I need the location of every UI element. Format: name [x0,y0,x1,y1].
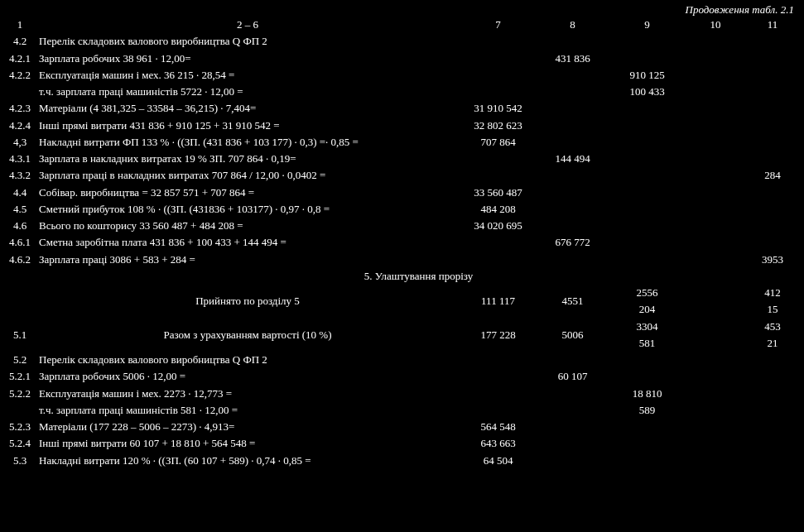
row-value [744,368,801,385]
row-value [744,151,801,167]
row-number: 4.3.1 [3,151,36,167]
table-row: 4.4Собівар. виробництва = 32 857 571 + 7… [3,185,801,201]
row-value [744,453,801,469]
row-value: 60 107 [537,368,608,385]
item5-v8: 4551 [537,285,608,319]
row-value [744,33,801,50]
item5-v9a: 2556 [608,285,686,301]
row-number: 4.6.2 [3,252,36,268]
row-value [686,218,744,234]
row-number: 4.6.1 [3,234,36,251]
row-value [608,117,686,134]
row-description: Перелік складових валового виробництва Q… [36,33,459,50]
row-value [537,100,608,117]
row-description: Собівар. виробництва = 32 857 571 + 707 … [36,185,459,201]
row-number: 5.2.3 [3,419,36,435]
row-value [537,402,608,419]
item5-v11a: 412 [744,285,801,301]
item5-v11b: 15 [744,301,801,318]
row-value: 676 772 [537,234,608,251]
row-value [459,67,537,84]
row-description: Сметна заробітна плата 431 836 + 100 433… [36,234,459,251]
row-item51-top: 5.1 Разом з урахуванням вартості (10 %) … [3,319,801,335]
row-value [744,435,801,452]
row-number: 4.3.2 [3,167,36,184]
item5-label: Прийнято по розділу 5 [36,285,459,319]
row-value [744,50,801,67]
row-item5-top: Прийнято по розділу 5 111 117 4551 2556 … [3,285,801,301]
row-number: 5.2.4 [3,435,36,452]
row-value [744,84,801,100]
row-number [3,84,36,100]
item51-label: Разом з урахуванням вартості (10 %) [36,319,459,352]
row-value [686,134,744,151]
table-row: 4.3.2Зарплата праці в накладних витратах… [3,167,801,184]
row-value [537,419,608,435]
row-value: 643 663 [459,435,537,452]
table-row: 4.5Сметний прибуток 108 % · ((ЗП. (43183… [3,201,801,218]
row-value: 32 802 623 [459,117,537,134]
col-header-11: 11 [744,17,801,33]
row-value: 100 433 [608,84,686,100]
row-number: 5.2.1 [3,368,36,385]
table-row: 5.3Накладні витрати 120 % · ((ЗП. (60 10… [3,453,801,469]
row-value [686,234,744,251]
row-value [459,151,537,167]
table-row: 5.2.2Експлуатація машин і мех. 2273 · 12… [3,386,801,402]
row-value [459,352,537,368]
row-value: 18 810 [608,386,686,402]
row-description: Зарплата праці в накладних витратах 707 … [36,167,459,184]
row-description: Інші прямі витрати 60 107 + 18 810 + 564… [36,435,459,452]
row-value [686,386,744,402]
table-row: 4.2.4Інші прямі витрати 431 836 + 910 12… [3,117,801,134]
row-description: Накладні витрати 120 % · ((ЗП. (60 107 +… [36,453,459,469]
row-value [744,134,801,151]
row-number: 4.6 [3,218,36,234]
row-value: 284 [744,167,801,184]
row-description: Матеріали (4 381,325 – 33584 – 36,215) ·… [36,100,459,117]
row-number: 4.4 [3,185,36,201]
row-number: 5.3 [3,453,36,469]
row-value: 564 548 [459,419,537,435]
row-value [686,435,744,452]
row-value: 431 836 [537,50,608,67]
table-row: 4.2Перелік складових валового виробництв… [3,33,801,50]
col-header-1: 1 [3,17,36,33]
row-value [608,218,686,234]
row-value [744,352,801,368]
item5-v9b: 204 [608,301,686,318]
row-value [459,50,537,67]
row-value [686,117,744,134]
row-value [537,117,608,134]
row-value [686,167,744,184]
row-value [608,419,686,435]
row-value [744,402,801,419]
row-description: Накладні витрати ФП 133 % · ((ЗП. (431 8… [36,134,459,151]
row-value [686,33,744,50]
item51-n: 5.1 [3,319,36,352]
row-description: Експлуатація машин і мех. 36 215 · 28,54… [36,67,459,84]
row-value: 31 910 542 [459,100,537,117]
row-number [3,402,36,419]
row-value [744,386,801,402]
row-description: Сметний прибуток 108 % · ((ЗП. (431836 +… [36,201,459,218]
row-value [537,167,608,184]
table-row: 4.6.2Зарплата праці 3086 + 583 + 284 =39… [3,252,801,268]
row-value [686,185,744,201]
row-description: Всього по кошторису 33 560 487 + 484 208… [36,218,459,234]
item51-v8: 5006 [537,319,608,352]
row-value [537,84,608,100]
col-header-8: 8 [537,17,608,33]
row-description: Зарплата в накладних витратах 19 % ЗП. 7… [36,151,459,167]
row-value [744,201,801,218]
row-value [537,453,608,469]
row-value [686,453,744,469]
item51-v9a: 3304 [608,319,686,335]
row-value [608,134,686,151]
table-row: т.ч. зарплата праці машиністів 5722 · 12… [3,84,801,100]
row-value: 484 208 [459,201,537,218]
row-value: 707 864 [459,134,537,151]
item5-v7: 111 117 [459,285,537,319]
row-value: 33 560 487 [459,185,537,201]
row-description: Експлуатація машин і мех. 2273 · 12,773 … [36,386,459,402]
